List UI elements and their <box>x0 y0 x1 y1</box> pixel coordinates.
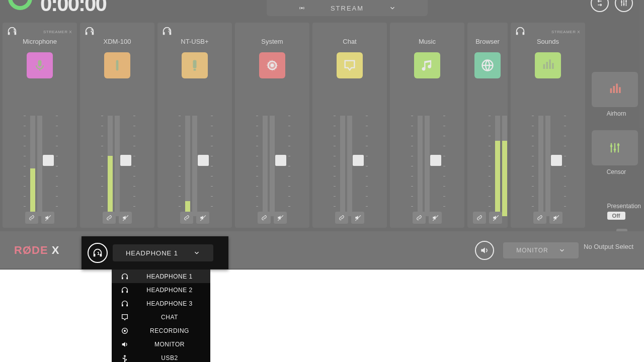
channel-strip: Browser <box>467 23 508 228</box>
link-button[interactable] <box>473 212 486 224</box>
brand-logo: RØDE X <box>14 244 59 257</box>
link-icon <box>536 214 543 221</box>
link-button[interactable] <box>258 212 271 224</box>
svg-point-28 <box>614 148 616 151</box>
mute-button[interactable] <box>274 212 287 224</box>
svg-rect-37 <box>126 304 128 306</box>
monitor-icon[interactable] <box>475 241 494 260</box>
stream-dropdown[interactable]: STREAM <box>267 0 428 16</box>
broadcast-icon <box>298 5 305 12</box>
fader-knob[interactable] <box>43 155 54 166</box>
svg-rect-12 <box>193 60 197 68</box>
fader-knob[interactable] <box>551 155 562 166</box>
app-header: 0:00:00 STREAM <box>0 0 644 20</box>
fader-knob[interactable] <box>275 155 286 166</box>
svg-rect-18 <box>523 32 525 35</box>
monitor-dropdown[interactable]: MONITOR <box>503 242 579 258</box>
channel-icon[interactable] <box>27 52 53 78</box>
headphones-icon <box>84 26 95 37</box>
dropdown-item[interactable]: HEADPHONE 2 <box>112 283 210 297</box>
fader-knob[interactable] <box>430 155 441 166</box>
mute-button[interactable] <box>429 212 442 224</box>
link-icon <box>416 214 423 221</box>
svg-rect-7 <box>86 32 88 35</box>
sound-pad-label: Airhorn <box>589 110 644 117</box>
mute-button[interactable] <box>489 212 502 224</box>
svg-rect-24 <box>613 86 615 93</box>
dropdown-item[interactable]: HEADPHONE 3 <box>112 297 210 310</box>
mute-button[interactable] <box>41 212 54 224</box>
mute-icon <box>552 214 559 221</box>
channel-icon[interactable] <box>104 52 130 78</box>
svg-point-3 <box>625 1 627 2</box>
header-button-2[interactable] <box>615 0 633 12</box>
channel-meter <box>414 116 442 216</box>
svg-rect-4 <box>8 32 10 35</box>
channel-strip: 2 XDM-100 <box>80 23 154 228</box>
headphone-output-panel: 1 HEADPHONE 1 <box>82 236 228 269</box>
svg-rect-36 <box>122 304 123 306</box>
channel-icon[interactable] <box>474 52 501 78</box>
channel-icon[interactable] <box>535 52 561 78</box>
link-button[interactable] <box>180 212 193 224</box>
record-indicator[interactable] <box>8 0 32 10</box>
link-button[interactable] <box>335 212 348 224</box>
sliders-icon <box>619 0 628 8</box>
svg-rect-13 <box>194 69 196 71</box>
svg-rect-19 <box>543 64 545 69</box>
svg-point-0 <box>301 7 303 9</box>
link-icon <box>183 214 190 221</box>
link-button[interactable] <box>533 212 546 224</box>
dropdown-item[interactable]: USB2 <box>112 351 210 362</box>
link-button[interactable] <box>25 212 38 224</box>
channel-meter <box>27 116 55 216</box>
svg-point-2 <box>623 4 625 5</box>
svg-rect-34 <box>122 291 123 293</box>
speaker-icon <box>479 245 490 255</box>
header-button-1[interactable] <box>591 0 609 12</box>
svg-rect-30 <box>94 254 96 257</box>
no-output-label: No Output Select <box>584 243 644 258</box>
stream-label: STREAM <box>331 5 364 12</box>
dropdown-item[interactable]: CHAT <box>112 310 210 324</box>
channel-strip: System <box>235 23 309 228</box>
dropdown-item[interactable]: RECORDING <box>112 324 210 337</box>
fader-knob[interactable] <box>120 155 131 166</box>
svg-rect-31 <box>100 254 102 257</box>
mute-icon <box>277 214 284 221</box>
link-icon <box>28 214 35 221</box>
svg-rect-6 <box>38 60 42 67</box>
mute-icon <box>122 214 129 221</box>
svg-rect-10 <box>163 32 165 35</box>
sound-pad[interactable] <box>592 72 638 107</box>
channel-icon[interactable] <box>337 52 363 78</box>
sound-pad[interactable] <box>592 130 638 165</box>
headphone-dropdown[interactable]: HEADPHONE 1 <box>113 244 213 261</box>
link-button[interactable] <box>413 212 426 224</box>
svg-rect-17 <box>516 32 518 35</box>
svg-point-27 <box>610 145 613 147</box>
headphone-selected-label: HEADPHONE 1 <box>126 249 178 257</box>
channel-strip: 3 NT-USB+ <box>157 23 232 228</box>
dropdown-item[interactable]: MONITOR <box>112 337 210 351</box>
presentation-toggle[interactable]: Off <box>607 212 625 220</box>
mute-button[interactable] <box>196 212 209 224</box>
mute-button[interactable] <box>351 212 364 224</box>
channel-strip: 1STREAMER X Microphone <box>3 23 77 228</box>
channel-meter <box>104 116 132 216</box>
channel-name: Chat <box>312 23 387 45</box>
fader-knob[interactable] <box>353 155 364 166</box>
link-icon <box>106 214 113 221</box>
svg-rect-26 <box>619 87 621 93</box>
mute-button[interactable] <box>549 212 562 224</box>
fader-knob[interactable] <box>198 155 209 166</box>
timer-readout: 0:00:00 <box>40 0 106 16</box>
mute-icon <box>44 214 51 221</box>
channel-icon[interactable] <box>259 52 285 78</box>
mute-button[interactable] <box>119 212 132 224</box>
channel-icon[interactable] <box>182 52 208 78</box>
channel-icon[interactable] <box>414 52 440 78</box>
link-button[interactable] <box>103 212 116 224</box>
channel-strip: Music <box>390 23 464 228</box>
dropdown-item[interactable]: HEADPHONE 1 <box>112 269 210 283</box>
